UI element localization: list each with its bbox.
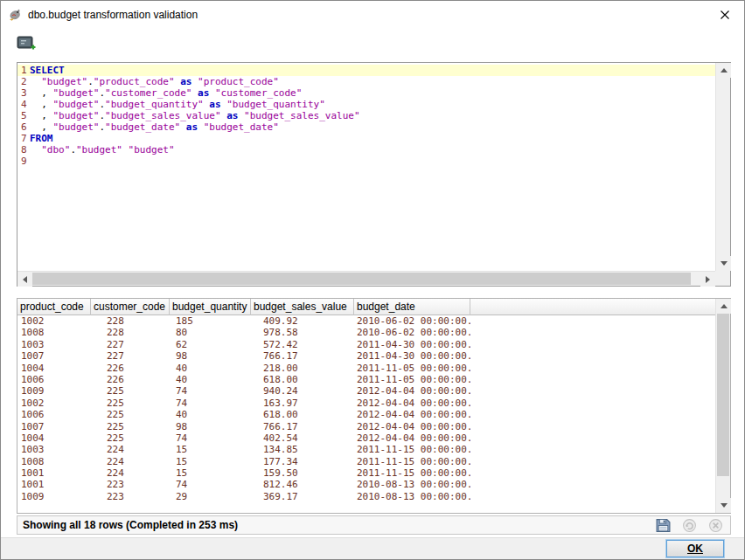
table-cell: 62 [170,339,251,350]
table-row[interactable]: 100622640618.002011-11-05 00:00:00.0 [17,374,715,385]
vertical-scroll-thumb[interactable] [717,314,729,476]
table-row[interactable]: 100322762572.422011-04-30 00:00:00.0 [17,339,715,350]
table-cell: 228 [91,315,170,327]
code-line[interactable]: 7FROM [17,133,715,144]
table-cell: 572.42 [251,339,354,350]
column-header-product_code[interactable]: product_code [17,299,91,315]
rerun-disabled-icon [682,518,697,533]
table-cell: 227 [91,350,170,362]
save-results-button[interactable] [656,518,671,533]
results-vertical-scrollbar[interactable] [715,299,730,513]
line-number: 7 [17,133,30,144]
table-cell: 1004 [17,363,91,374]
scroll-up-button[interactable] [716,63,731,78]
table-row[interactable]: 100422640218.002011-11-05 00:00:00.0 [17,363,715,374]
table-cell: 40 [170,409,251,420]
table-row[interactable]: 100922574940.242012-04-04 00:00:00.0 [17,385,715,397]
table-cell: 223 [91,491,170,502]
table-cell: 2010-06-02 00:00:00.0 [354,315,470,327]
table-cell: 225 [91,385,170,397]
table-cell: 2012-04-04 00:00:00.0 [354,409,470,420]
table-cell: 2012-04-04 00:00:00.0 [354,432,470,444]
code-line[interactable]: 4 , "budget"."budget_quantity" as "budge… [17,99,715,110]
table-row[interactable]: 100922329369.172010-08-13 00:00:00.0 [17,491,715,502]
arrow-right-icon [706,276,710,283]
column-header-customer_code[interactable]: customer_code [91,299,170,315]
line-number: 4 [17,99,30,110]
table-cell: 224 [91,444,170,455]
status-icons [656,518,730,533]
table-row[interactable]: 1002228185409.922010-06-02 00:00:00.0 [17,315,715,327]
code-line[interactable]: 6 , "budget"."budget_date" as "budget_da… [17,121,715,133]
table-cell: 74 [170,479,251,490]
scroll-down-button[interactable] [716,256,731,271]
table-row[interactable]: 100722598766.172012-04-04 00:00:00.0 [17,421,715,432]
code-line[interactable]: 3 , "budget"."customer_code" as "custome… [17,87,715,99]
table-cell: 228 [91,327,170,338]
code-line[interactable]: 8 "dbo"."budget" "budget" [17,144,715,156]
code-line[interactable]: 1SELECT [17,65,715,76]
scroll-left-button[interactable] [17,272,32,287]
editor-code-lines[interactable]: 1SELECT2 "budget"."product_code" as "pro… [17,63,715,271]
table-row[interactable]: 100322415134.852011-11-15 00:00:00.0 [17,444,715,455]
code-line[interactable]: 9 [17,156,715,167]
editor-vertical-scrollbar[interactable] [715,63,730,271]
column-header-budget_sales_value[interactable]: budget_sales_value [251,299,354,315]
table-cell: 2010-08-13 00:00:00.0 [354,491,470,502]
cancel-query-button[interactable] [708,518,723,533]
table-cell: 225 [91,409,170,420]
table-cell: 1007 [17,350,91,362]
table-cell: 2010-06-02 00:00:00.0 [354,327,470,338]
table-cell: 1006 [17,409,91,420]
table-cell: 402.54 [251,432,354,444]
table-cell: 40 [170,363,251,374]
table-row[interactable]: 100822415177.342011-11-15 00:00:00.0 [17,456,715,467]
table-cell: 40 [170,374,251,385]
editor-horizontal-scrollbar[interactable] [17,271,715,286]
sql-console-button[interactable] [15,34,38,55]
sql-editor[interactable]: 1SELECT2 "budget"."product_code" as "pro… [17,62,731,287]
table-cell: 1001 [17,467,91,479]
table-cell: 2011-04-30 00:00:00.0 [354,350,470,362]
code-text: "dbo"."budget" "budget" [30,144,175,156]
line-number: 1 [17,65,30,76]
table-cell: 225 [91,432,170,444]
save-floppy-icon [656,518,671,533]
rerun-query-button[interactable] [682,518,697,533]
table-cell: 224 [91,467,170,479]
code-line[interactable]: 2 "budget"."product_code" as "product_co… [17,76,715,87]
ok-button[interactable]: OK [666,540,724,557]
table-cell: 224 [91,456,170,467]
line-number: 3 [17,87,30,99]
scroll-down-button[interactable] [716,498,731,513]
table-cell: 227 [91,339,170,350]
table-cell: 766.17 [251,350,354,362]
table-cell: 1007 [17,421,91,432]
table-row[interactable]: 100622540618.002012-04-04 00:00:00.0 [17,409,715,420]
table-cell: 369.17 [251,491,354,502]
line-number: 6 [17,121,30,133]
window-close-button[interactable] [705,1,744,29]
table-cell: 2012-04-04 00:00:00.0 [354,398,470,409]
results-body[interactable]: 1002228185409.922010-06-02 00:00:00.0100… [17,315,715,513]
table-cell: 15 [170,444,251,455]
table-row[interactable]: 100222574163.972012-04-04 00:00:00.0 [17,398,715,409]
table-cell: 940.24 [251,385,354,397]
arrow-down-icon [721,503,728,508]
table-row[interactable]: 100122374812.462010-08-13 00:00:00.0 [17,479,715,490]
horizontal-scroll-thumb[interactable] [32,273,691,285]
column-header-budget_quantity[interactable]: budget_quantity [170,299,251,315]
code-line[interactable]: 5 , "budget"."budget_sales_value" as "bu… [17,110,715,121]
table-cell: 1004 [17,432,91,444]
table-cell: 163.97 [251,398,354,409]
scroll-up-button[interactable] [716,299,731,314]
table-row[interactable]: 100822880978.582010-06-02 00:00:00.0 [17,327,715,338]
bottom-bar: OK [1,537,744,559]
table-cell: 2011-11-15 00:00:00.0 [354,467,470,479]
column-header-budget_date[interactable]: budget_date [354,299,470,315]
table-row[interactable]: 100122415159.502011-11-15 00:00:00.0 [17,467,715,479]
table-cell: 98 [170,421,251,432]
scroll-right-button[interactable] [700,272,715,287]
table-row[interactable]: 100722798766.172011-04-30 00:00:00.0 [17,350,715,362]
table-row[interactable]: 100422574402.542012-04-04 00:00:00.0 [17,432,715,444]
